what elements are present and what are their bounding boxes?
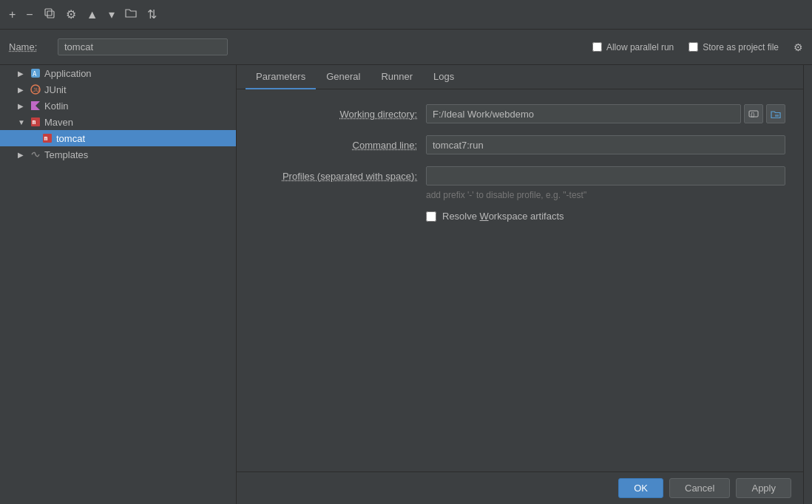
command-line-input[interactable] bbox=[426, 135, 785, 154]
svg-text:A: A bbox=[33, 70, 37, 78]
maven-label: Maven bbox=[44, 117, 73, 128]
kotlin-label: Kotlin bbox=[44, 101, 69, 112]
tab-logs[interactable]: Logs bbox=[423, 65, 464, 89]
right-panel: Parameters General Runner Logs Working d… bbox=[237, 65, 803, 504]
profiles-row: Profiles (separated with space): bbox=[254, 166, 785, 185]
ok-button[interactable]: OK bbox=[618, 478, 663, 498]
sidebar-item-templates[interactable]: ▶ Templates bbox=[0, 146, 236, 163]
gear-icon[interactable]: ⚙ bbox=[794, 41, 803, 53]
tomcat-label: tomcat bbox=[56, 133, 85, 144]
resolve-workspace-label[interactable]: Resolve Workspace artifacts bbox=[442, 211, 564, 222]
tabs-bar: Parameters General Runner Logs bbox=[237, 65, 803, 89]
arrow-kotlin: ▶ bbox=[18, 102, 27, 110]
sidebar-item-junit[interactable]: ▶ JU JUnit bbox=[0, 81, 236, 98]
working-directory-input[interactable] bbox=[426, 104, 741, 123]
add-button[interactable]: + bbox=[6, 7, 18, 23]
main-area: ▶ A Application ▶ JU JUnit ▶ bbox=[0, 65, 812, 504]
command-line-row: Command line: bbox=[254, 135, 785, 154]
name-input[interactable] bbox=[58, 38, 228, 55]
maven-icon: m bbox=[30, 116, 41, 128]
settings-button[interactable]: ⚙ bbox=[63, 6, 79, 23]
allow-parallel-label[interactable]: Allow parallel run bbox=[592, 42, 674, 52]
profiles-label: Profiles (separated with space): bbox=[254, 171, 417, 182]
resolve-workspace-row: Resolve Workspace artifacts bbox=[426, 211, 785, 222]
bottom-bar: OK Cancel Apply bbox=[237, 471, 803, 504]
cancel-button[interactable]: Cancel bbox=[669, 478, 730, 498]
sidebar-item-application[interactable]: ▶ A Application bbox=[0, 65, 236, 81]
svg-text:m: m bbox=[44, 135, 48, 142]
svg-text:JU: JU bbox=[33, 87, 39, 93]
arrow-junit: ▶ bbox=[18, 86, 27, 94]
junit-label: JUnit bbox=[44, 84, 67, 95]
store-project-checkbox[interactable] bbox=[688, 42, 698, 52]
arrow-maven: ▼ bbox=[18, 118, 27, 126]
toolbar: + − ⚙ ▲ ▾ ⇅ bbox=[0, 0, 812, 30]
command-line-label: Command line: bbox=[254, 140, 417, 151]
working-directory-browse-button[interactable] bbox=[766, 104, 785, 123]
working-directory-label: Working directory: bbox=[254, 109, 417, 120]
tab-parameters[interactable]: Parameters bbox=[246, 65, 316, 89]
sort-button[interactable]: ⇅ bbox=[144, 6, 160, 23]
kotlin-icon bbox=[30, 100, 41, 112]
resolve-workspace-checkbox[interactable] bbox=[426, 211, 436, 222]
name-options: Allow parallel run Store as project file… bbox=[592, 41, 803, 53]
name-label: Name: bbox=[9, 41, 46, 52]
svg-text:m: m bbox=[33, 119, 36, 126]
sidebar-item-maven[interactable]: ▼ m Maven bbox=[0, 114, 236, 130]
sidebar: ▶ A Application ▶ JU JUnit ▶ bbox=[0, 65, 237, 504]
apply-button[interactable]: Apply bbox=[736, 478, 791, 498]
svg-text:{}: {} bbox=[751, 111, 755, 118]
store-project-label[interactable]: Store as project file bbox=[688, 42, 779, 52]
allow-parallel-checkbox[interactable] bbox=[592, 42, 602, 52]
svg-rect-1 bbox=[45, 9, 52, 16]
profiles-input[interactable] bbox=[426, 166, 785, 185]
folder-button[interactable] bbox=[122, 6, 140, 24]
junit-icon: JU bbox=[30, 84, 41, 95]
working-directory-vars-button[interactable]: {} bbox=[744, 104, 763, 123]
tomcat-maven-icon: m bbox=[41, 132, 53, 144]
move-up-button[interactable]: ▲ bbox=[84, 7, 101, 23]
svg-rect-0 bbox=[47, 11, 54, 18]
template-icon bbox=[30, 149, 41, 160]
arrow-application: ▶ bbox=[18, 69, 27, 78]
sidebar-item-kotlin[interactable]: ▶ Kotlin bbox=[0, 98, 236, 114]
profiles-hint: add prefix '-' to disable profile, e.g. … bbox=[426, 190, 785, 200]
name-row: Name: Allow parallel run Store as projec… bbox=[0, 30, 812, 65]
working-directory-input-group: {} bbox=[426, 104, 785, 123]
tab-general[interactable]: General bbox=[316, 65, 371, 89]
svg-rect-13 bbox=[775, 115, 779, 117]
templates-label: Templates bbox=[44, 149, 88, 160]
working-directory-row: Working directory: {} bbox=[254, 104, 785, 123]
arrow-templates: ▶ bbox=[18, 151, 27, 159]
remove-button[interactable]: − bbox=[23, 7, 35, 23]
dropdown-button[interactable]: ▾ bbox=[106, 6, 118, 23]
application-icon: A bbox=[30, 67, 41, 79]
application-label: Application bbox=[44, 68, 92, 79]
panel-scrollbar bbox=[803, 65, 812, 504]
svg-marker-6 bbox=[31, 101, 40, 110]
sidebar-item-tomcat[interactable]: m tomcat bbox=[0, 130, 236, 146]
form-area: Working directory: {} bbox=[237, 89, 803, 471]
tab-runner[interactable]: Runner bbox=[371, 65, 423, 89]
copy-button[interactable] bbox=[41, 6, 58, 24]
